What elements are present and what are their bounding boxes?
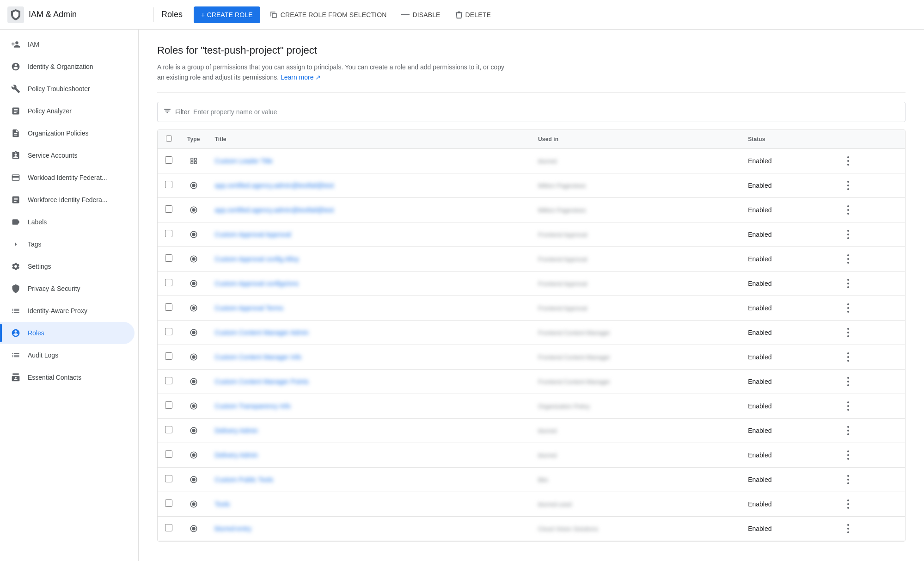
more-actions-button[interactable] bbox=[841, 472, 856, 487]
row-checkbox[interactable] bbox=[165, 156, 172, 164]
role-title-text[interactable]: Custom Public Tools bbox=[215, 476, 274, 483]
sidebar-item-identity-org[interactable]: Identity & Organization bbox=[0, 55, 135, 78]
role-title-text[interactable]: app.certified.agency.admin@testfail@test bbox=[215, 206, 334, 214]
role-type-cell bbox=[180, 492, 208, 516]
more-actions-button[interactable] bbox=[841, 154, 856, 168]
sidebar-item-settings[interactable]: Settings bbox=[0, 255, 135, 277]
role-used-in-text: Frontend Approval bbox=[538, 231, 587, 238]
svg-point-15 bbox=[847, 230, 849, 232]
row-checkbox[interactable] bbox=[165, 475, 172, 482]
select-all-checkbox[interactable] bbox=[166, 136, 172, 142]
sidebar-item-org-policies[interactable]: Organization Policies bbox=[0, 122, 135, 144]
role-used-in-text: Organization Policy bbox=[538, 403, 590, 410]
status-badge: Enabled bbox=[748, 304, 771, 312]
sidebar-item-essential-contacts[interactable]: Essential Contacts bbox=[0, 366, 135, 388]
role-used-in-cell: Cloud Vision Solutions bbox=[531, 516, 740, 541]
sidebar-item-workforce-identity[interactable]: Workforce Identity Federa... bbox=[0, 189, 135, 211]
svg-point-25 bbox=[847, 286, 849, 288]
sidebar-item-workload-identity[interactable]: Workload Identity Federat... bbox=[0, 166, 135, 189]
row-checkbox[interactable] bbox=[165, 499, 172, 507]
row-checkbox[interactable] bbox=[165, 401, 172, 409]
delete-button[interactable]: DELETE bbox=[450, 6, 496, 23]
role-title-text[interactable]: Custom Approval Approval bbox=[215, 231, 291, 238]
more-actions-button[interactable] bbox=[841, 423, 856, 438]
row-checkbox[interactable] bbox=[165, 230, 172, 237]
sidebar-item-tags[interactable]: Tags bbox=[0, 233, 135, 255]
role-title-text[interactable]: Tools bbox=[215, 500, 230, 508]
role-type-cell bbox=[180, 369, 208, 394]
svg-point-16 bbox=[847, 234, 849, 235]
svg-point-34 bbox=[192, 355, 196, 359]
tags-icon bbox=[11, 240, 20, 249]
assignment-ind-icon bbox=[11, 151, 20, 160]
role-title-text[interactable]: blurred-entry bbox=[215, 525, 251, 532]
create-role-selection-button[interactable]: CREATE ROLE FROM SELECTION bbox=[264, 6, 392, 23]
more-actions-button[interactable] bbox=[841, 203, 856, 217]
row-checkbox[interactable] bbox=[165, 328, 172, 335]
create-role-button[interactable]: + CREATE ROLE bbox=[194, 6, 260, 23]
disable-button[interactable]: DISABLE bbox=[396, 6, 446, 23]
sidebar-item-iam[interactable]: IAM bbox=[0, 33, 135, 55]
more-actions-button[interactable] bbox=[841, 252, 856, 266]
learn-more-link[interactable]: Learn more ↗ bbox=[281, 74, 321, 81]
role-used-in-text: Blio bbox=[538, 476, 548, 483]
row-checkbox[interactable] bbox=[165, 450, 172, 458]
table-row: Custom Leader TitleblurredEnabled bbox=[158, 148, 905, 173]
more-actions-button[interactable] bbox=[841, 497, 856, 512]
row-checkbox[interactable] bbox=[165, 181, 172, 188]
sidebar-label-iam: IAM bbox=[28, 41, 39, 48]
row-checkbox[interactable] bbox=[165, 426, 172, 433]
row-checkbox[interactable] bbox=[165, 377, 172, 384]
role-title-text[interactable]: Delivery Admin bbox=[215, 427, 258, 434]
svg-point-26 bbox=[192, 306, 196, 310]
role-used-in-cell: Million Pageviews bbox=[531, 173, 740, 197]
more-actions-button[interactable] bbox=[841, 374, 856, 389]
sidebar-item-service-accounts[interactable]: Service Accounts bbox=[0, 144, 135, 166]
sidebar-item-labels[interactable]: Labels bbox=[0, 211, 135, 233]
role-title-text[interactable]: Custom Leader Title bbox=[215, 157, 273, 165]
role-title-text[interactable]: Delivery Admin bbox=[215, 451, 258, 459]
more-actions-button[interactable] bbox=[841, 227, 856, 242]
row-checkbox[interactable] bbox=[165, 352, 172, 360]
svg-point-56 bbox=[847, 479, 849, 481]
sidebar-label-policy-troubleshooter: Policy Troubleshooter bbox=[28, 85, 90, 92]
row-checkbox[interactable] bbox=[165, 205, 172, 213]
row-checkbox[interactable] bbox=[165, 524, 172, 531]
sidebar-item-identity-aware-proxy[interactable]: Identity-Aware Proxy bbox=[0, 300, 135, 322]
sidebar-item-roles[interactable]: Roles bbox=[0, 322, 135, 344]
role-title-text[interactable]: Custom Content Manager Info bbox=[215, 353, 302, 361]
row-checkbox[interactable] bbox=[165, 254, 172, 262]
more-actions-button[interactable] bbox=[841, 521, 856, 536]
more-actions-button[interactable] bbox=[841, 448, 856, 462]
radio-type-icon bbox=[187, 304, 200, 312]
role-title-text[interactable]: Custom Content Manager Admin bbox=[215, 329, 309, 336]
more-actions-button[interactable] bbox=[841, 325, 856, 340]
more-actions-button[interactable] bbox=[841, 178, 856, 193]
sidebar-item-privacy-security[interactable]: Privacy & Security bbox=[0, 277, 135, 300]
role-title-text[interactable]: Custom Approval Terms bbox=[215, 304, 283, 312]
role-title-text[interactable]: Custom Approval config.Alloy bbox=[215, 255, 299, 263]
status-badge: Enabled bbox=[748, 353, 771, 361]
svg-point-47 bbox=[847, 426, 849, 428]
role-title-text[interactable]: app.certified.agency.admin@testfail@test bbox=[215, 182, 334, 189]
more-actions-button[interactable] bbox=[841, 350, 856, 364]
role-title-text[interactable]: Custom Content Manager Points bbox=[215, 378, 309, 385]
row-checkbox[interactable] bbox=[165, 279, 172, 286]
filter-input[interactable] bbox=[193, 108, 900, 116]
role-used-in-cell: Frontend Approval bbox=[531, 247, 740, 271]
row-checkbox[interactable] bbox=[165, 303, 172, 311]
sidebar-item-policy-troubleshooter[interactable]: Policy Troubleshooter bbox=[0, 78, 135, 100]
role-title-text[interactable]: Custom Approval configs/ons bbox=[215, 280, 299, 287]
sidebar-item-policy-analyzer[interactable]: Policy Analyzer bbox=[0, 100, 135, 122]
role-title-text[interactable]: Custom Transparency Info bbox=[215, 402, 291, 410]
more-actions-button[interactable] bbox=[841, 301, 856, 315]
sidebar-label-workload-identity: Workload Identity Federat... bbox=[28, 174, 107, 181]
roles-table-container: Type Title Used in Status Custom Leader … bbox=[157, 129, 906, 542]
more-actions-button[interactable] bbox=[841, 399, 856, 413]
more-actions-button[interactable] bbox=[841, 276, 856, 291]
section-title: Roles bbox=[161, 10, 183, 19]
role-title-cell: Custom Approval config.Alloy bbox=[208, 247, 531, 271]
svg-point-53 bbox=[847, 458, 849, 460]
sidebar-item-audit-logs[interactable]: Audit Logs bbox=[0, 344, 135, 366]
svg-point-9 bbox=[847, 188, 849, 190]
